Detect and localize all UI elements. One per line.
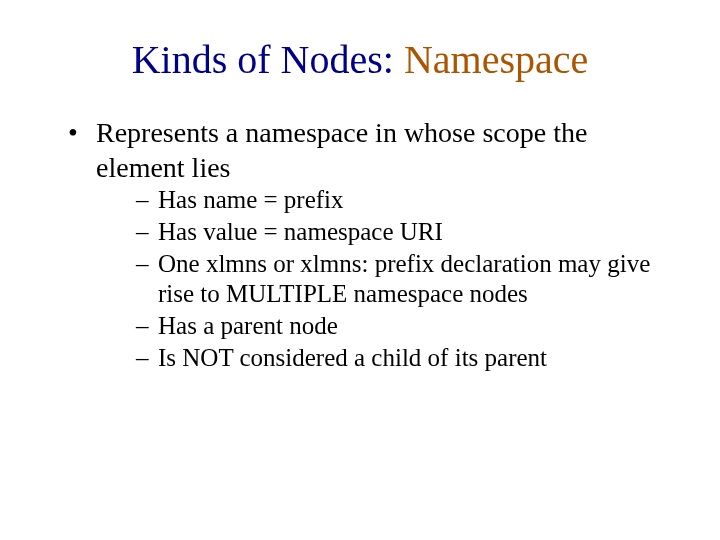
dash-item: Is NOT considered a child of its parent bbox=[136, 343, 672, 373]
dash-text: One xlmns or xlmns: prefix declaration m… bbox=[158, 250, 650, 307]
dash-text: Has name = prefix bbox=[158, 186, 344, 213]
dash-list: Has name = prefix Has value = namespace … bbox=[96, 185, 672, 373]
bullet-item: Represents a namespace in whose scope th… bbox=[68, 115, 672, 373]
bullet-text: Represents a namespace in whose scope th… bbox=[96, 117, 587, 183]
dash-text: Has value = namespace URI bbox=[158, 218, 443, 245]
bullet-list: Represents a namespace in whose scope th… bbox=[48, 115, 672, 373]
dash-item: Has value = namespace URI bbox=[136, 217, 672, 247]
title-accent: Namespace bbox=[404, 37, 588, 82]
dash-item: Has name = prefix bbox=[136, 185, 672, 215]
slide-title: Kinds of Nodes: Namespace bbox=[48, 36, 672, 83]
dash-text: Is NOT considered a child of its parent bbox=[158, 344, 547, 371]
dash-item: One xlmns or xlmns: prefix declaration m… bbox=[136, 249, 672, 309]
dash-item: Has a parent node bbox=[136, 311, 672, 341]
title-main: Kinds of Nodes: bbox=[132, 37, 404, 82]
dash-text: Has a parent node bbox=[158, 312, 338, 339]
